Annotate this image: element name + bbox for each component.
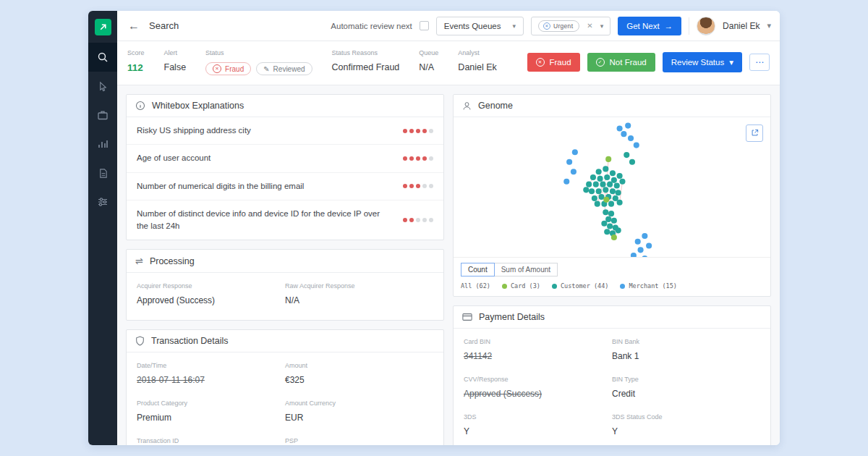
remove-filter-icon[interactable]: ✕ (543, 22, 550, 30)
genome-node[interactable] (605, 156, 611, 162)
genome-node[interactable] (607, 182, 613, 187)
not-fraud-button[interactable]: ✓ Not Fraud (587, 53, 655, 72)
field-label: BIN Type (612, 376, 760, 383)
genome-node[interactable] (616, 190, 621, 195)
genome-node[interactable] (563, 179, 569, 185)
genome-node[interactable] (596, 188, 602, 194)
genome-node[interactable] (603, 209, 608, 215)
genome-node[interactable] (610, 188, 616, 194)
more-actions-button[interactable]: ⋯ (749, 54, 770, 71)
legend-dot (620, 284, 625, 289)
filter-chip-label: Urgent (553, 22, 573, 30)
get-next-button[interactable]: Get Next → (618, 17, 681, 35)
legend-item[interactable]: Card (3) (502, 282, 540, 290)
field: BIN TypeCredit (612, 376, 760, 399)
info-icon (135, 101, 145, 111)
genome-tab-count[interactable]: Count (461, 263, 495, 276)
genome-node[interactable] (589, 188, 595, 194)
genome-node[interactable] (617, 173, 623, 179)
genome-node[interactable] (610, 170, 616, 176)
shield-icon (135, 336, 145, 346)
fraud-button[interactable]: ✕ Fraud (527, 53, 580, 72)
legend-item[interactable]: Merchant (15) (620, 282, 677, 290)
genome-graph[interactable] (454, 117, 770, 258)
genome-node[interactable] (608, 201, 614, 207)
sidebar-item-search[interactable] (88, 43, 117, 72)
genome-node[interactable] (634, 143, 639, 148)
field-label: Acquirer Response (137, 282, 285, 290)
genome-node[interactable] (642, 256, 647, 257)
genome-node[interactable] (592, 195, 597, 201)
whitebox-row-label: Risky US shipping address city (137, 124, 251, 137)
open-genome-button[interactable] (746, 124, 763, 142)
importance-dot (409, 218, 414, 222)
queues-dropdown[interactable]: Events Queues ▾ (436, 17, 524, 35)
app-logo[interactable] (88, 11, 117, 43)
field-value: Approved (Success) (464, 389, 612, 399)
avatar[interactable] (697, 17, 715, 35)
genome-node[interactable] (628, 135, 634, 141)
genome-node[interactable] (611, 177, 617, 183)
genome-node[interactable] (603, 197, 609, 203)
sidebar-item-analytics[interactable] (88, 130, 117, 159)
genome-node[interactable] (614, 183, 620, 189)
genome-node[interactable] (629, 159, 635, 165)
genome-node[interactable] (619, 179, 625, 185)
user-menu-chevron[interactable]: ▾ (767, 21, 771, 30)
legend-item[interactable]: All (62) (461, 282, 490, 290)
genome-node[interactable] (611, 218, 617, 224)
genome-node[interactable] (590, 174, 596, 180)
genome-node[interactable] (624, 152, 629, 158)
genome-node[interactable] (621, 131, 626, 137)
auto-review-checkbox[interactable] (420, 21, 429, 30)
genome-node[interactable] (600, 182, 605, 187)
genome-node[interactable] (631, 253, 637, 257)
genome-node[interactable] (604, 174, 610, 180)
sidebar-item-settings[interactable] (88, 187, 117, 216)
genome-node[interactable] (601, 221, 607, 227)
sidebar-item-review[interactable] (88, 72, 117, 101)
filter-chip-urgent[interactable]: ✕ Urgent (538, 20, 579, 32)
search-icon (97, 51, 109, 63)
fraud-button-icon: ✕ (536, 58, 545, 67)
genome-node[interactable] (571, 169, 576, 174)
genome-node[interactable] (635, 239, 641, 245)
genome-node[interactable] (646, 243, 652, 249)
filter-chevron-icon[interactable]: ▾ (600, 22, 604, 30)
genome-node[interactable] (604, 229, 610, 235)
genome-node[interactable] (642, 233, 647, 239)
genome-node[interactable] (607, 223, 613, 229)
genome-node[interactable] (595, 201, 600, 207)
genome-legend: All (62)Card (3)Customer (44)Merchant (1… (461, 282, 763, 290)
genome-node[interactable] (608, 211, 614, 216)
genome-tab-sum-of-amount[interactable]: Sum of Amount (494, 263, 558, 276)
sidebar-item-reports[interactable] (88, 159, 117, 187)
genome-node[interactable] (603, 166, 608, 172)
whitebox-row: Number of numerical digits in the billin… (127, 173, 443, 200)
genome-node[interactable] (596, 169, 602, 174)
genome-node[interactable] (617, 125, 623, 131)
genome-node[interactable] (583, 187, 589, 193)
sliders-icon (97, 196, 109, 208)
genome-node[interactable] (572, 149, 578, 155)
genome-node[interactable] (625, 123, 631, 129)
genome-node[interactable] (593, 182, 599, 187)
genome-node[interactable] (613, 195, 618, 201)
chevron-down-icon: ▾ (729, 57, 733, 67)
sidebar-item-cases[interactable] (88, 101, 117, 130)
genome-node[interactable] (605, 216, 611, 222)
genome-node[interactable] (617, 200, 623, 206)
genome-node[interactable] (603, 187, 608, 193)
genome-node[interactable] (611, 235, 617, 240)
genome-node[interactable] (586, 182, 592, 187)
review-status-button[interactable]: Review Status ▾ (663, 52, 742, 72)
genome-node[interactable] (566, 159, 572, 165)
clear-filters-icon[interactable]: ✕ (587, 22, 592, 30)
metric-analyst: Analyst Daniel Ek (458, 49, 497, 72)
processing-header: ⇌ Processing (127, 250, 443, 273)
back-button[interactable]: ← (126, 20, 142, 33)
legend-item[interactable]: Customer (44) (552, 282, 609, 290)
genome-node[interactable] (597, 176, 603, 182)
genome-node[interactable] (616, 227, 621, 233)
genome-node[interactable] (638, 247, 644, 253)
